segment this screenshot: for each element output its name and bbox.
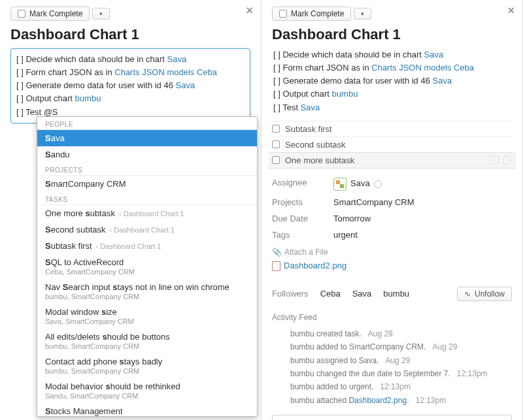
projects-label: Projects xyxy=(272,197,324,207)
feed-line: bumbu assigned to Sava.Aug 29 xyxy=(290,354,512,367)
attachment-link[interactable]: Dashboard2.png xyxy=(348,396,407,405)
activity-feed: bumbu created task.Aug 29 bumbu added to… xyxy=(272,327,512,407)
mention-link[interactable]: Charts JSON models xyxy=(371,63,451,73)
dropdown-item-task[interactable]: Modal window sizeSava, SmartCompany CRM xyxy=(37,304,257,329)
subtask-row[interactable]: Subtask first xyxy=(272,121,512,137)
more-actions-dropdown[interactable]: ▾ xyxy=(92,8,110,20)
subtask-row[interactable]: One more subtask xyxy=(268,152,516,169)
dropdown-item-project[interactable]: SmartCompany CRM xyxy=(37,176,257,192)
comment-input[interactable]: Comment xyxy=(272,415,512,420)
chevron-down-icon: ▾ xyxy=(99,10,103,17)
dropdown-item-task[interactable]: SQL to ActiveRecordCeba, SmartCompany CR… xyxy=(37,254,257,279)
followers-row: Followers Ceba Sava bumbu ∿Unfollow xyxy=(272,287,512,301)
subtask-label: Second subtask xyxy=(285,140,346,150)
dropdown-item-task[interactable]: Subtask first‹ Dashboard Chart 1 xyxy=(37,238,257,254)
mention-autocomplete: PEOPLE Sava Sandu PROJECTS SmartCompany … xyxy=(37,116,258,417)
tags-label: Tags xyxy=(272,230,324,240)
due-date-label: Due Date xyxy=(272,214,324,223)
mention-link[interactable]: Ceba xyxy=(451,63,474,73)
mention-link[interactable]: Charts JSON models xyxy=(114,67,194,77)
dropdown-item-person[interactable]: Sava xyxy=(37,130,257,146)
feed-line: bumbu added to SmartCompany CRM.Aug 29 xyxy=(290,340,512,353)
dropdown-item-person[interactable]: Sandu xyxy=(37,146,257,163)
person-icon[interactable] xyxy=(490,155,499,165)
followers-label: Followers xyxy=(272,289,309,299)
dropdown-item-task[interactable]: All edits/delets should be buttonsbumbu,… xyxy=(37,329,257,353)
mark-complete-button[interactable]: Mark Complete xyxy=(10,7,90,21)
close-icon[interactable]: × xyxy=(246,4,253,18)
attachment-link[interactable]: Dashboard2.png xyxy=(272,261,512,271)
mention-link[interactable]: Sava xyxy=(176,80,195,90)
task-title[interactable]: Dashboard Chart 1 xyxy=(272,26,512,43)
toolbar: Mark Complete ▾ xyxy=(10,7,250,21)
tags-value[interactable]: urgent xyxy=(333,230,512,240)
follower[interactable]: Ceba xyxy=(320,289,341,299)
follower[interactable]: bumbu xyxy=(383,289,409,299)
task-title[interactable]: Dashboard Chart 1 xyxy=(10,26,250,43)
file-icon xyxy=(272,261,280,271)
unfollow-button[interactable]: ∿Unfollow xyxy=(457,287,512,301)
follower-names: Ceba Sava bumbu xyxy=(320,289,409,299)
checkbox-icon xyxy=(279,10,287,18)
dropdown-item-task[interactable]: Contact add phone stays badlybumbu, Smar… xyxy=(37,353,257,378)
attach-file[interactable]: 📎Attach a File xyxy=(272,248,512,257)
assignee-value[interactable]: Sava xyxy=(333,178,512,191)
task-panel-left: × Mark Complete ▾ Dashboard Chart 1 [ ] … xyxy=(0,0,262,420)
dropdown-section-people: PEOPLE xyxy=(37,117,257,130)
subtask-label: Subtask first xyxy=(285,124,332,134)
mention-link[interactable]: Sava xyxy=(301,103,320,112)
close-icon[interactable]: × xyxy=(507,4,515,18)
avatar xyxy=(333,178,346,191)
activity-feed-label: Activity Feed xyxy=(272,313,512,322)
rss-icon: ∿ xyxy=(464,289,471,299)
dropdown-item-task[interactable]: Nav Search input stays not in line on wi… xyxy=(37,279,257,304)
mention-link[interactable]: bumbu xyxy=(332,89,358,99)
due-date-value[interactable]: Tomorrow xyxy=(333,214,512,223)
chevron-down-icon: ▾ xyxy=(361,10,364,17)
follower[interactable]: Sava xyxy=(352,289,372,299)
feed-line: bumbu attached Dashboard2.png.12:13pm xyxy=(290,394,512,407)
task-panel-right: × Mark Complete ▾ Dashboard Chart 1 [ ] … xyxy=(262,0,523,420)
dropdown-item-task[interactable]: Modal behavior should be rethinkedSandu,… xyxy=(37,378,257,403)
mark-complete-label: Mark Complete xyxy=(291,9,344,18)
subtask-row[interactable]: Second subtask xyxy=(272,137,512,152)
mention-link[interactable]: Sava xyxy=(424,50,444,59)
description-textarea[interactable]: [ ] Decide which data should be in chart… xyxy=(272,48,512,114)
paperclip-icon: 📎 xyxy=(272,248,282,257)
feed-line: bumbu changed the due date to September … xyxy=(290,367,512,380)
mark-complete-label: Mark Complete xyxy=(29,9,82,18)
dropdown-item-task[interactable]: One more subtask‹ Dashboard Chart 1 xyxy=(37,205,257,221)
subtask-list: Subtask first Second subtask One more su… xyxy=(272,121,512,169)
more-actions-dropdown[interactable]: ▾ xyxy=(354,8,371,20)
subtask-label: One more subtask xyxy=(285,155,354,165)
mention-link[interactable]: bumbu xyxy=(75,93,101,103)
feed-line: bumbu created task.Aug 29 xyxy=(290,327,512,340)
checkbox-icon[interactable] xyxy=(272,125,280,133)
dropdown-section-tasks: TASKS xyxy=(37,192,257,205)
dropdown-item-task[interactable]: Second subtask‹ Dashboard Chart 1 xyxy=(37,221,257,238)
dropdown-section-projects: PROJECTS xyxy=(37,163,257,176)
comment-icon[interactable] xyxy=(503,155,512,165)
feed-line: bumbu added to urgent.12:13pm xyxy=(290,380,512,393)
mention-link[interactable]: Ceba xyxy=(194,67,217,77)
checkbox-icon[interactable] xyxy=(272,140,280,148)
description-textarea[interactable]: [ ] Decide which data should be in chart… xyxy=(10,48,250,123)
mention-link[interactable]: Sava xyxy=(433,76,452,86)
checkbox-icon xyxy=(18,10,25,18)
mention-link[interactable]: Sava xyxy=(167,54,187,64)
clear-assignee-icon[interactable] xyxy=(374,180,382,188)
mark-complete-button[interactable]: Mark Complete xyxy=(272,7,351,21)
toolbar: Mark Complete ▾ xyxy=(272,7,512,21)
checkbox-icon[interactable] xyxy=(272,156,280,164)
assignee-label: Assignee xyxy=(272,178,324,191)
meta-grid: Assignee Sava Projects SmartCompany CRM … xyxy=(272,178,512,240)
dropdown-item-task[interactable]: Stocks ManagementLeoșa, Retail Informer xyxy=(37,403,257,417)
projects-value[interactable]: SmartCompany CRM xyxy=(333,197,512,207)
